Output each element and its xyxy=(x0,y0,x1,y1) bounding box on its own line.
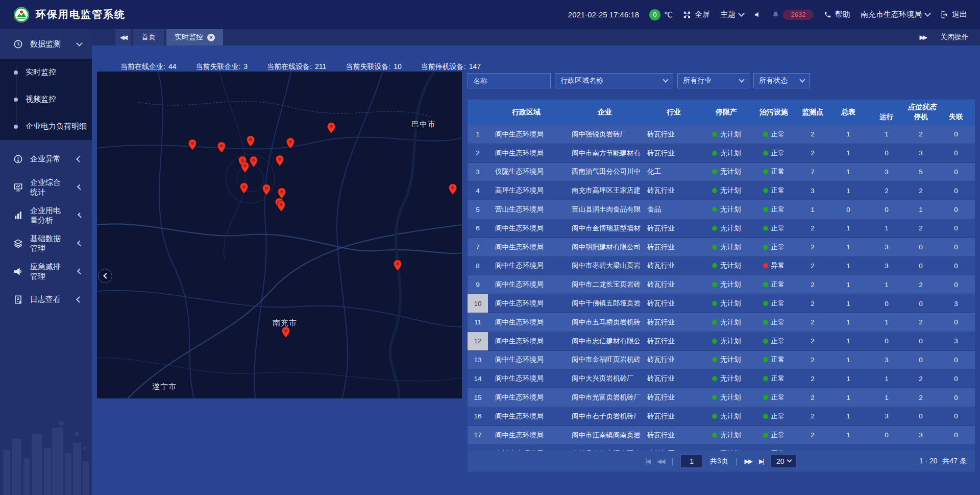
page-number-input[interactable]: 1 xyxy=(680,455,703,468)
chevron-left-icon xyxy=(77,269,83,274)
table-row[interactable]: 8 阆中生态环境局 阆中市枣碧大梁山页岩 砖瓦行业 无计划 异常 2 1 3 0… xyxy=(468,257,975,276)
cell-facility: 正常 xyxy=(750,355,797,364)
skyline-decoration xyxy=(0,418,92,495)
table-row[interactable]: 7 阆中生态环境局 阆中明阳建材有限公司 砖瓦行业 无计划 正常 2 1 3 0… xyxy=(468,238,975,257)
scroll-tabs-right-button[interactable]: ▶▶ xyxy=(920,34,926,41)
table-row[interactable]: 3 仪陇生态环境局 西南油气田分公司川中 化工 无计划 正常 7 1 3 5 0 xyxy=(468,163,975,182)
table-row[interactable]: 6 阆中生态环境局 阆中市金博瑞新型墙材 砖瓦行业 无计划 正常 2 1 1 2… xyxy=(468,219,975,238)
cell-total: 1 xyxy=(828,262,869,270)
table-row[interactable]: 5 营山生态环境局 营山县润丰肉食品有限 食品 无计划 正常 1 0 0 1 0 xyxy=(468,200,975,219)
region-select[interactable]: 行政区域名称 xyxy=(555,73,673,88)
sidebar-item-base-data[interactable]: 基础数据管理 xyxy=(0,229,92,257)
map-pin-icon[interactable] xyxy=(275,155,284,167)
sidebar-item-logs[interactable]: 日志查看 xyxy=(0,286,92,314)
table-row[interactable]: 11 阆中生态环境局 阆中市五马桥页岩机砖 砖瓦行业 无计划 正常 2 1 1 … xyxy=(468,313,975,332)
cell-plan: 无计划 xyxy=(702,130,750,139)
sidebar-item-emergency[interactable]: 应急减排管理 xyxy=(0,257,92,286)
cell-run: 3 xyxy=(869,168,904,176)
sidebar-item-company-abnormal[interactable]: 企业异常 xyxy=(0,145,92,173)
map-pin-icon[interactable] xyxy=(393,260,402,271)
divider: | xyxy=(736,457,738,465)
filter-bar: 行政区域名称 所有行业 所有状态 xyxy=(468,73,975,88)
collapse-map-panel-button[interactable] xyxy=(98,269,112,283)
help-button[interactable]: 帮助 xyxy=(824,10,850,19)
map-pin-icon[interactable] xyxy=(262,184,271,196)
table-row[interactable]: 9 阆中生态环境局 阆中市二龙长宝页岩砖 砖瓦行业 无计划 正常 2 1 1 2… xyxy=(468,275,975,294)
cell-run: 0 xyxy=(869,300,904,308)
sidebar-subitem[interactable]: 视频监控 xyxy=(0,86,92,113)
scroll-tabs-left-button[interactable]: ◀◀ xyxy=(115,29,131,45)
status-dot-green xyxy=(712,339,717,344)
map-pin-icon[interactable] xyxy=(281,326,290,338)
cell-company: 阆中市五马桥页岩机砖 xyxy=(565,318,645,327)
last-page-button[interactable]: ▶| xyxy=(759,458,763,465)
logout-button[interactable]: 退出 xyxy=(940,10,967,19)
phone-icon xyxy=(824,11,831,18)
table-row[interactable]: 4 高坪生态环境局 南充市高坪区王家店建 砖瓦行业 无计划 正常 3 1 2 2… xyxy=(468,181,975,200)
name-search-input[interactable] xyxy=(468,73,551,88)
sidebar-subitem[interactable]: 实时监控 xyxy=(0,59,92,86)
logout-label: 退出 xyxy=(952,10,967,19)
map[interactable]: 巴中市南充市遂宁市 xyxy=(97,72,462,398)
first-page-button[interactable]: |◀ xyxy=(646,458,650,465)
cell-lost: 0 xyxy=(937,262,975,270)
sidebar-item-power-analysis[interactable]: 企业用电量分析 xyxy=(0,201,92,229)
table-row[interactable]: 16 阆中生态环境局 阆中市石子页岩机砖厂 砖瓦行业 无计划 正常 2 1 3 … xyxy=(468,407,975,426)
page-size-select[interactable]: 20 xyxy=(770,455,797,468)
map-pin-icon[interactable] xyxy=(240,161,250,173)
sidebar-item-data-monitoring[interactable]: 数据监测 xyxy=(0,29,92,59)
cell-points: 2 xyxy=(797,356,828,364)
stat-value: 211 xyxy=(315,62,326,72)
status-select[interactable]: 所有状态 xyxy=(753,73,810,88)
notifications[interactable]: 2632 xyxy=(772,10,814,20)
mute-speaker-icon[interactable] xyxy=(754,11,762,18)
table-row[interactable]: 2 阆中生态环境局 阆中市南方节能建材有 砖瓦行业 无计划 正常 2 1 0 3… xyxy=(468,144,975,163)
table-row[interactable]: 14 阆中生态环境局 阆中大兴页岩机砖厂 砖瓦行业 无计划 正常 2 1 1 2… xyxy=(468,369,975,388)
map-pin-icon[interactable] xyxy=(188,139,197,151)
cell-stop: 3 xyxy=(904,149,937,157)
table-row[interactable]: 15 阆中生态环境局 阆中市光富页岩机砖厂 砖瓦行业 无计划 正常 2 1 1 … xyxy=(468,388,975,407)
status-dot xyxy=(763,226,768,231)
cell-plan: 无计划 xyxy=(702,149,750,158)
map-pin-icon[interactable] xyxy=(448,183,457,195)
cell-industry: 砖瓦行业 xyxy=(645,337,702,346)
cell-industry: 砖瓦行业 xyxy=(645,318,702,327)
tab-realtime-monitoring[interactable]: 实时监控 xyxy=(166,29,223,45)
table-row[interactable]: 12 阆中生态环境局 阆中市忠信建材有限公 砖瓦行业 无计划 正常 2 1 0 … xyxy=(468,332,975,351)
theme-menu[interactable]: 主题 xyxy=(720,10,744,19)
status-dot xyxy=(763,132,768,137)
table-row[interactable]: 1 阆中生态环境局 阆中强锐页岩砖厂 砖瓦行业 无计划 正常 2 1 1 2 0 xyxy=(468,125,975,144)
row-number: 17 xyxy=(468,426,488,444)
cell-run: 3 xyxy=(869,262,904,270)
fullscreen-button[interactable]: 全屏 xyxy=(683,10,710,19)
bell-icon xyxy=(772,11,779,19)
status-dot xyxy=(763,207,768,212)
map-pin-icon[interactable] xyxy=(217,142,226,153)
map-pin-icon[interactable] xyxy=(327,122,336,134)
map-pin-icon[interactable] xyxy=(286,137,295,149)
status-dot xyxy=(763,245,768,250)
prev-page-button[interactable]: ◀◀ xyxy=(657,458,664,465)
chevron-left-icon xyxy=(103,273,109,278)
table-row[interactable]: 17 阆中生态环境局 阆中市江南镇阆南页岩 砖瓦行业 无计划 正常 2 1 0 … xyxy=(468,426,975,445)
table-row[interactable]: 18 南部生态环境局 南部县砌华水泥有限公 建材加工 无计划 正常 6 0 0 … xyxy=(468,445,975,451)
close-operations-button[interactable]: 关闭操作 xyxy=(940,33,969,42)
industry-select[interactable]: 所有行业 xyxy=(677,73,749,88)
cell-facility: 正常 xyxy=(750,186,797,195)
row-number: 5 xyxy=(468,200,488,219)
map-pin-icon[interactable] xyxy=(246,135,255,147)
status-dot-green xyxy=(712,132,717,137)
row-number: 7 xyxy=(468,238,488,256)
cell-facility: 正常 xyxy=(750,318,797,327)
sidebar-subitem[interactable]: 企业电力负荷明细 xyxy=(0,113,92,140)
next-page-button[interactable]: ▶▶ xyxy=(745,458,752,465)
org-menu[interactable]: 南充市生态环境局 xyxy=(861,10,930,19)
map-pin-icon[interactable] xyxy=(239,182,249,194)
table-row[interactable]: 13 阆中生态环境局 阆中市金福旺页岩机砖 砖瓦行业 无计划 正常 2 1 3 … xyxy=(468,351,975,370)
close-tab-icon[interactable] xyxy=(207,34,215,41)
map-pin-icon[interactable] xyxy=(277,200,286,212)
map-pin-icon[interactable] xyxy=(249,156,258,168)
table-row[interactable]: 10 阆中生态环境局 阆中千佛镇五郎垭页岩 砖瓦行业 无计划 正常 2 1 0 … xyxy=(468,294,975,313)
sidebar-item-company-statistics[interactable]: 企业综合统计 xyxy=(0,173,92,201)
tab-home[interactable]: 首页 xyxy=(133,29,164,45)
